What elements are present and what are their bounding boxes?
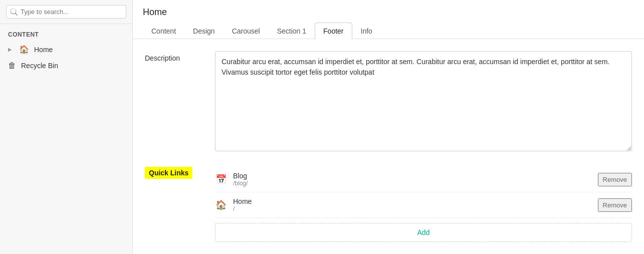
description-input-wrapper: Curabitur arcu erat, accumsan id imperdi… xyxy=(215,51,632,153)
tab-footer[interactable]: Footer xyxy=(315,23,352,40)
page-title: Home xyxy=(143,7,634,18)
sidebar-item-recycle-bin[interactable]: 🗑 Recycle Bin xyxy=(0,58,132,74)
expand-arrow-icon: ▶ xyxy=(8,47,12,52)
link-item-home: 🏠 Home / Remove xyxy=(215,192,632,218)
description-label: Description xyxy=(145,51,215,62)
link-path-home: / xyxy=(233,205,592,212)
link-name-blog: Blog xyxy=(233,172,592,180)
description-field-row: Description Curabitur arcu erat, accumsa… xyxy=(145,51,632,153)
home-icon: 🏠 xyxy=(19,45,29,54)
tab-bar: Content Design Carousel Section 1 Footer… xyxy=(143,23,634,39)
link-info-blog: Blog /blog/ xyxy=(233,172,592,187)
link-info-home: Home / xyxy=(233,197,592,212)
sidebar-section-label: Content xyxy=(0,24,132,41)
content-area: Description Curabitur arcu erat, accumsa… xyxy=(133,39,644,254)
tab-content[interactable]: Content xyxy=(143,23,184,39)
quick-links-label-container: Quick Links xyxy=(145,167,215,179)
quick-links-content: 📅 Blog /blog/ Remove 🏠 Home / Remove xyxy=(215,167,632,242)
remove-home-button[interactable]: Remove xyxy=(598,198,632,212)
main-panel: Home Content Design Carousel Section 1 F… xyxy=(133,0,644,254)
sidebar-item-label: Recycle Bin xyxy=(21,62,58,70)
home-link-icon: 🏠 xyxy=(215,199,227,210)
remove-blog-button[interactable]: Remove xyxy=(598,173,632,186)
quick-links-section: Quick Links 📅 Blog /blog/ Remove 🏠 Home xyxy=(145,167,632,242)
blog-icon: 📅 xyxy=(215,174,227,185)
main-header: Home Content Design Carousel Section 1 F… xyxy=(133,0,644,39)
link-path-blog: /blog/ xyxy=(233,180,592,187)
link-item-blog: 📅 Blog /blog/ Remove xyxy=(215,167,632,192)
tab-section1[interactable]: Section 1 xyxy=(269,23,315,39)
trash-icon: 🗑 xyxy=(8,61,16,70)
add-btn-row: Add xyxy=(215,223,632,242)
link-name-home: Home xyxy=(233,197,592,205)
sidebar-search-container xyxy=(0,0,132,24)
tab-info[interactable]: Info xyxy=(352,23,381,39)
sidebar: Content ▶ 🏠 Home 🗑 Recycle Bin xyxy=(0,0,133,254)
quick-links-label: Quick Links xyxy=(145,167,192,179)
search-input[interactable] xyxy=(6,5,126,19)
description-textarea[interactable]: Curabitur arcu erat, accumsan id imperdi… xyxy=(215,51,632,151)
sidebar-item-home[interactable]: ▶ 🏠 Home xyxy=(0,41,132,58)
tab-carousel[interactable]: Carousel xyxy=(224,23,269,39)
tab-design[interactable]: Design xyxy=(184,23,224,39)
add-link-button[interactable]: Add xyxy=(215,223,632,242)
sidebar-item-label: Home xyxy=(34,46,53,54)
